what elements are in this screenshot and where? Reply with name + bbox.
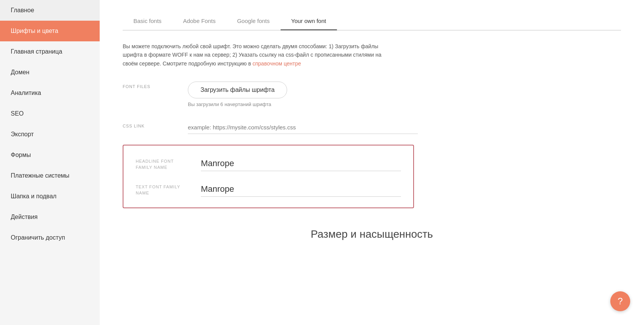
- sidebar-item-payment[interactable]: Платежные системы: [0, 165, 100, 186]
- main-content: Basic fonts Adobe Fonts Google fonts You…: [100, 0, 644, 325]
- sidebar-item-actions[interactable]: Действия: [0, 207, 100, 227]
- tabs-divider: [123, 30, 621, 31]
- font-files-content: Загрузить файлы шрифта Вы загрузили 6 на…: [188, 82, 621, 107]
- tab-adobe-fonts[interactable]: Adobe Fonts: [172, 12, 226, 30]
- css-link-content: [188, 121, 621, 134]
- font-files-row: FONT FILES Загрузить файлы шрифта Вы заг…: [123, 82, 621, 107]
- sidebar-item-fonts-colors[interactable]: Шрифты и цвета: [0, 21, 100, 41]
- text-font-input[interactable]: [201, 182, 401, 197]
- css-link-row: CSS LINK: [123, 121, 621, 134]
- description-text: Вы можете подключить любой свой шрифт. Э…: [123, 42, 383, 68]
- tabs-container: Basic fonts Adobe Fonts Google fonts You…: [123, 0, 621, 30]
- tab-your-own-font[interactable]: Your own font: [281, 12, 337, 30]
- sidebar-item-main-page[interactable]: Главная страница: [0, 41, 100, 62]
- css-link-label: CSS LINK: [123, 121, 172, 129]
- text-font-row: TEXT FONT FAMILY NAME: [136, 182, 401, 197]
- help-button[interactable]: ?: [610, 291, 630, 311]
- sidebar-item-seo[interactable]: SEO: [0, 103, 100, 124]
- sidebar-item-export[interactable]: Экспорт: [0, 124, 100, 145]
- sidebar-item-header-footer[interactable]: Шапка и подвал: [0, 186, 100, 207]
- headline-font-input[interactable]: [201, 156, 401, 171]
- css-link-input[interactable]: [188, 121, 418, 134]
- sidebar-item-analytics[interactable]: Аналитика: [0, 83, 100, 103]
- sidebar-item-restrict[interactable]: Ограничить доступ: [0, 227, 100, 248]
- sidebar-item-domain[interactable]: Домен: [0, 62, 100, 83]
- upload-note: Вы загрузили 6 начертаний шрифта: [188, 101, 621, 107]
- description-link[interactable]: справочном центре: [253, 60, 301, 67]
- font-family-box: HEADLINE FONT FAMILY NAME TEXT FONT FAMI…: [123, 145, 414, 208]
- sidebar-item-home[interactable]: Главное: [0, 0, 100, 21]
- section-heading: Размер и насыщенность: [123, 228, 621, 240]
- description-text-part1: Вы можете подключить любой свой шрифт. Э…: [123, 43, 381, 67]
- headline-font-label: HEADLINE FONT FAMILY NAME: [136, 156, 186, 170]
- tab-google-fonts[interactable]: Google fonts: [226, 12, 280, 30]
- font-files-label: FONT FILES: [123, 82, 172, 90]
- headline-font-row: HEADLINE FONT FAMILY NAME: [136, 156, 401, 171]
- text-font-label: TEXT FONT FAMILY NAME: [136, 182, 186, 196]
- upload-font-files-button[interactable]: Загрузить файлы шрифта: [188, 82, 287, 98]
- tab-basic-fonts[interactable]: Basic fonts: [123, 12, 172, 30]
- text-font-input-wrap: [201, 182, 401, 197]
- sidebar: Главное Шрифты и цвета Главная страница …: [0, 0, 100, 325]
- headline-font-input-wrap: [201, 156, 401, 171]
- sidebar-item-forms[interactable]: Формы: [0, 145, 100, 165]
